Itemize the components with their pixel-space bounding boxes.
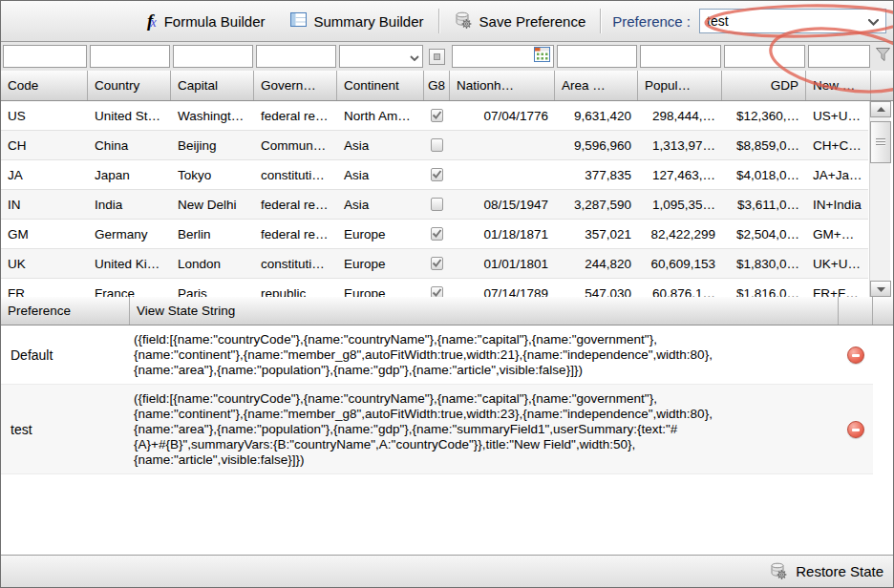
cell-government[interactable]: federal re… xyxy=(254,101,337,130)
cell-country[interactable]: Germany xyxy=(88,220,171,248)
filter-checkbox-g8[interactable] xyxy=(429,49,445,65)
column-header-continent[interactable]: Continent xyxy=(337,71,424,100)
scroll-up-button[interactable] xyxy=(870,101,891,117)
cell-continent[interactable]: Asia xyxy=(337,131,424,159)
cell-capital[interactable]: New Delhi xyxy=(171,190,254,219)
filter-funnel-icon[interactable] xyxy=(875,47,891,66)
cell-country[interactable]: United Ki… xyxy=(88,249,171,278)
cell-continent[interactable]: Europe xyxy=(337,249,424,278)
g8-checkbox-checked[interactable] xyxy=(431,227,443,241)
cell-gdp[interactable]: $3,611,0… xyxy=(722,190,806,219)
filter-input-population[interactable] xyxy=(640,45,721,68)
cell-area[interactable]: 357,021 xyxy=(555,220,638,248)
chevron-down-icon[interactable] xyxy=(410,48,419,65)
cell-code[interactable]: UK xyxy=(1,249,88,278)
column-header-new_field[interactable]: New … xyxy=(806,71,871,100)
cell-new_field[interactable]: UK+U… xyxy=(806,249,871,278)
summary-builder-button[interactable]: Summary Builder xyxy=(278,12,436,30)
restore-state-button[interactable]: Restore State xyxy=(796,563,883,579)
cell-population[interactable]: 60,876,1… xyxy=(638,279,722,297)
cell-capital[interactable]: Tokyo xyxy=(171,160,254,189)
filter-input-area[interactable] xyxy=(557,45,637,68)
cell-g8[interactable] xyxy=(424,160,450,189)
cell-capital[interactable]: Washingt… xyxy=(171,101,254,130)
cell-area[interactable]: 377,835 xyxy=(555,160,638,189)
filter-input-continent[interactable] xyxy=(339,45,423,68)
column-header-gdp[interactable]: GDP xyxy=(722,71,806,100)
column-header-preference[interactable]: Preference xyxy=(1,297,130,325)
g8-checkbox-unchecked[interactable] xyxy=(431,198,443,211)
g8-checkbox-checked[interactable] xyxy=(431,109,443,122)
cell-nationhood[interactable]: 01/01/1801 xyxy=(450,249,555,278)
cell-government[interactable]: federal re… xyxy=(254,190,337,219)
cell-g8[interactable] xyxy=(424,131,450,159)
filter-input-country[interactable] xyxy=(90,45,170,68)
cell-country[interactable]: France xyxy=(88,279,171,297)
table-row-US[interactable]: USUnited St…Washingt…federal re…North Am… xyxy=(1,101,868,131)
filter-input-new_field[interactable] xyxy=(808,45,870,68)
vertical-scrollbar[interactable] xyxy=(869,101,890,297)
cell-new_field[interactable]: US+U… xyxy=(806,101,871,130)
cell-gdp[interactable]: $4,018,0… xyxy=(722,160,806,189)
preference-combobox[interactable]: test xyxy=(699,9,886,33)
cell-new_field[interactable]: FR+F… xyxy=(806,279,871,297)
preference-row-default[interactable]: Default ({field:[{name:"countryCode"},{n… xyxy=(1,326,873,385)
cell-continent[interactable]: Asia xyxy=(337,160,424,189)
column-header-code[interactable]: Code xyxy=(1,71,88,100)
table-row-JA[interactable]: JAJapanTokyoconstituti…Asia377,835127,46… xyxy=(1,160,868,190)
cell-code[interactable]: US xyxy=(1,101,88,130)
cell-capital[interactable]: Beijing xyxy=(171,131,254,159)
column-header-view-state-string[interactable]: View State String xyxy=(130,297,839,325)
cell-population[interactable]: 82,422,299 xyxy=(638,220,722,248)
g8-checkbox-checked[interactable] xyxy=(431,257,443,270)
cell-continent[interactable]: North Am… xyxy=(337,101,424,130)
calendar-icon[interactable] xyxy=(534,47,550,66)
g8-checkbox-unchecked[interactable] xyxy=(431,138,443,152)
cell-nationhood[interactable]: 01/18/1871 xyxy=(450,220,555,248)
cell-code[interactable]: CH xyxy=(1,131,88,159)
cell-area[interactable]: 547,030 xyxy=(555,279,638,297)
formula-builder-button[interactable]: fx Formula Builder xyxy=(135,10,277,32)
filter-input-nationhood[interactable] xyxy=(452,45,554,68)
cell-g8[interactable] xyxy=(424,190,450,219)
cell-new_field[interactable]: CH+C… xyxy=(806,131,871,159)
cell-nationhood[interactable] xyxy=(450,160,555,189)
column-header-country[interactable]: Country xyxy=(88,71,171,100)
preference-row-test[interactable]: test ({field:[{name:"countryCode"},{name… xyxy=(1,385,873,474)
cell-country[interactable]: China xyxy=(88,131,171,159)
cell-area[interactable]: 3,287,590 xyxy=(555,190,638,219)
table-row-IN[interactable]: INIndiaNew Delhifederal re…Asia08/15/194… xyxy=(1,190,868,220)
g8-checkbox-checked[interactable] xyxy=(431,286,443,297)
filter-input-government[interactable] xyxy=(256,45,336,68)
scroll-down-button[interactable] xyxy=(870,281,891,297)
cell-government[interactable]: federal re… xyxy=(254,220,337,248)
table-row-CH[interactable]: CHChinaBeijingCommun…Asia9,596,9601,313,… xyxy=(1,131,868,160)
cell-g8[interactable] xyxy=(424,249,450,278)
g8-checkbox-checked[interactable] xyxy=(431,168,443,181)
cell-code[interactable]: FR xyxy=(1,279,88,297)
cell-population[interactable]: 1,313,97… xyxy=(638,131,722,159)
cell-nationhood[interactable]: 07/04/1776 xyxy=(450,101,555,130)
cell-government[interactable]: constituti… xyxy=(254,249,337,278)
cell-g8[interactable] xyxy=(424,220,450,248)
cell-gdp[interactable]: $8,859,0… xyxy=(722,131,806,159)
cell-country[interactable]: Japan xyxy=(88,160,171,189)
scrollbar-thumb[interactable] xyxy=(870,121,891,163)
table-row-FR[interactable]: FRFranceParisrepublicEurope07/14/1789547… xyxy=(1,279,868,297)
cell-gdp[interactable]: $12,360,… xyxy=(722,101,806,130)
cell-area[interactable]: 9,596,960 xyxy=(555,131,638,159)
cell-gdp[interactable]: $2,504,0… xyxy=(722,220,806,248)
cell-government[interactable]: Commun… xyxy=(254,131,337,159)
remove-circle-icon[interactable] xyxy=(847,346,864,364)
cell-g8[interactable] xyxy=(424,279,450,297)
cell-continent[interactable]: Europe xyxy=(337,279,424,297)
cell-population[interactable]: 1,095,35… xyxy=(638,190,722,219)
cell-capital[interactable]: Berlin xyxy=(171,220,254,248)
cell-nationhood[interactable] xyxy=(450,131,555,159)
cell-new_field[interactable]: IN+India xyxy=(806,190,871,219)
cell-country[interactable]: United St… xyxy=(88,101,171,130)
cell-code[interactable]: JA xyxy=(1,160,88,189)
cell-code[interactable]: IN xyxy=(1,190,88,219)
cell-gdp[interactable]: $1,830,0… xyxy=(722,249,806,278)
filter-input-gdp[interactable] xyxy=(724,45,805,68)
